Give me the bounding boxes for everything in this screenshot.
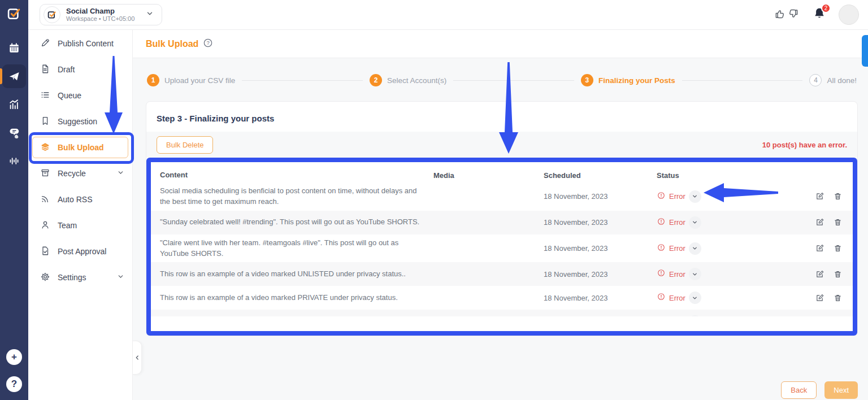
sidebar-item-label: Queue [58,91,124,100]
sidebar-item-label: Suggestion [58,117,124,126]
post-scheduled: 18 November, 2023 [544,192,657,201]
thumbs-down-icon[interactable] [787,8,799,22]
analytics-icon[interactable] [2,93,26,116]
sidebar-item-bulk-upload[interactable]: Bulk Upload [32,137,128,158]
step-upload-csv: 1 Upload your CSV file [147,74,235,86]
post-content: Social media scheduling is benficial to … [151,186,433,207]
person-icon [40,220,50,232]
app-window: + ? Social Champ Workspace • UTC+05:00 [0,0,868,400]
notifications-bell-icon[interactable]: 2 [813,7,826,23]
col-header-scheduled: Scheduled [544,171,657,180]
edit-post-button[interactable] [815,192,824,201]
step-finalizing-posts: 3 Finalizing your Posts [581,74,675,86]
chevron-down-icon [117,273,124,282]
stepper: 1 Upload your CSV file 2 Select Account(… [146,58,858,101]
step-number: 1 [147,74,159,86]
sidebar-item-label: Team [58,221,124,230]
sidebar-item-recycle[interactable]: Recycle [28,160,132,186]
publish-plane-icon[interactable] [2,64,26,88]
status-dropdown-button[interactable] [689,292,701,304]
sidebar-item-team[interactable]: Team [28,212,132,238]
edit-post-button[interactable] [815,293,824,303]
delete-post-button[interactable] [833,218,843,227]
user-avatar[interactable] [839,5,859,25]
rss-icon [40,194,50,206]
status-badge: Error [669,192,685,201]
workspace-subtitle: Workspace • UTC+05:00 [66,15,134,23]
pencil-icon [40,38,50,50]
add-button[interactable]: + [6,349,22,365]
layers-icon [40,142,50,154]
engage-chat-icon[interactable] [2,121,26,145]
bookmark-icon [40,116,50,128]
delete-post-button[interactable] [833,269,843,279]
listening-wave-icon[interactable] [2,149,26,173]
post-content: "Claire went live with her team. #teamgo… [151,238,433,259]
step-label: Upload your CSV file [164,76,235,85]
status-badge: Error [669,244,685,253]
step-number: 3 [581,74,593,86]
help-circle-icon[interactable]: ? [203,38,213,50]
gear-icon [40,272,50,284]
archive-icon [40,168,50,180]
workspace-logo-icon [44,6,60,23]
posts-table: Content Media Scheduled Status Social me [151,168,853,316]
sidebar-item-suggestion[interactable]: Suggestion [28,108,132,134]
socialchamp-logo-icon[interactable] [6,6,22,24]
svg-text:?: ? [207,40,210,46]
error-icon [657,243,666,254]
edit-post-button[interactable] [815,218,824,227]
post-content: This row is an example of a video marked… [151,269,433,280]
delete-post-button[interactable] [833,293,843,303]
sidebar-item-settings[interactable]: Settings [28,264,132,290]
edit-post-button[interactable] [815,269,824,279]
sidebar-item-label: Settings [58,273,110,282]
calendar-icon[interactable] [2,36,26,60]
sidebar-item-label: Post Approval [58,247,124,256]
error-icon [657,268,666,280]
table-row: This row is an example of a video marked… [151,286,853,310]
sidebar-collapse-handle[interactable] [133,341,142,375]
status-dropdown-button[interactable] [689,242,701,255]
next-button[interactable]: Next [824,381,858,399]
sidebar-item-publish-content[interactable]: Publish Content [28,31,132,56]
post-scheduled: 18 November, 2023 [544,294,657,302]
post-scheduled: 18 November, 2023 [544,244,657,253]
edit-post-button[interactable] [815,244,824,253]
step-connector [453,80,574,81]
card-heading: Step 3 - Finalizing your posts [146,102,857,132]
error-icon [657,217,666,228]
error-icon [657,316,666,316]
table-row: "Sunday celebrated well! #trending". Thi… [151,211,853,234]
delete-post-button[interactable] [833,192,843,201]
status-dropdown-button[interactable] [689,216,701,229]
col-header-content: Content [151,170,433,181]
delete-post-button[interactable] [833,244,843,253]
page-title: Bulk Upload [146,39,198,49]
status-dropdown-button[interactable] [689,268,701,280]
step-number: 2 [370,74,382,86]
step-label: Select Account(s) [387,76,446,85]
help-button[interactable]: ? [6,376,22,392]
workspace-selector[interactable]: Social Champ Workspace • UTC+05:00 [40,4,162,25]
back-button[interactable]: Back [781,381,817,399]
post-scheduled: 18 November, 2023 [544,218,657,227]
sidebar-item-post-approval[interactable]: Post Approval [28,238,132,264]
col-header-status: Status [657,171,801,180]
status-dropdown-button[interactable] [689,315,701,316]
sidebar-item-draft[interactable]: Draft [28,56,132,82]
sidebar-nav: Publish Content Draft Queue Suggestion B… [28,30,133,400]
status-badge: Error [669,270,685,279]
doc-check-icon [40,246,50,258]
sidebar-item-queue[interactable]: Queue [28,82,132,108]
step-connector [682,80,803,81]
feedback-side-tab[interactable] [862,35,868,67]
status-badge: Error [669,218,685,227]
status-dropdown-button[interactable] [689,190,701,203]
notification-count-badge: 2 [821,3,831,13]
sidebar-item-auto-rss[interactable]: Auto RSS [28,186,132,212]
topbar: Social Champ Workspace • UTC+05:00 [28,0,868,30]
bulk-delete-button[interactable]: Bulk Delete [157,136,213,154]
sidebar-item-label: Recycle [58,169,110,178]
thumbs-up-icon[interactable] [774,8,786,22]
